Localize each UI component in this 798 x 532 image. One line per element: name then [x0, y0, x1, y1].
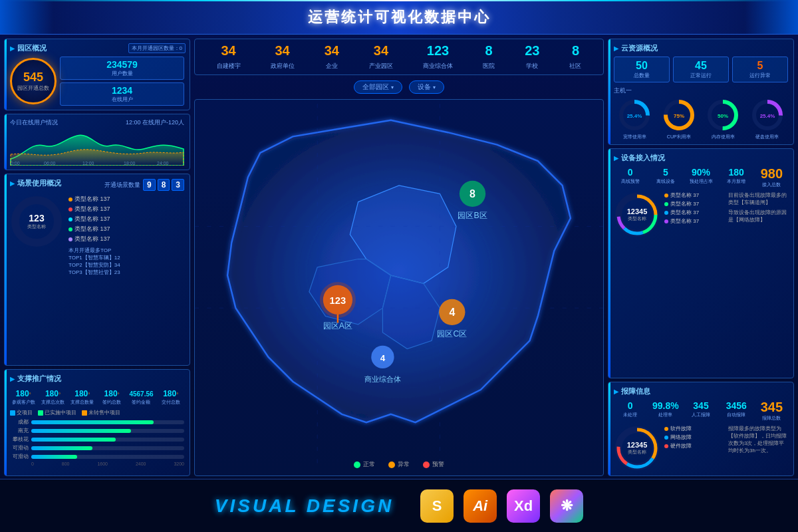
online-title: 今日在线用户情况: [10, 118, 58, 127]
device-card: 设备接入情况 0 高线预警 5 离线设备 90% 预处理占率: [608, 148, 794, 378]
device-notes: 目前设备出现故障最多的类型【车辆道闸】 导致设备出现故障的原因是【网络故障】: [728, 192, 788, 238]
rep-list-2: 网络故障: [664, 434, 724, 441]
support-stats: 180° 参观客户数 180° 支撑总次数 180° 支撑总数量 180° 签约…: [10, 387, 184, 406]
dev-list-1: 类型名称 37: [664, 192, 724, 199]
map-pin-A: 123 园区A区: [320, 282, 356, 331]
map-legend: 正常 异常 预警: [354, 460, 444, 469]
scene-donut-label: 123 类型名称: [27, 213, 46, 230]
rep-list-1: 软件故障: [664, 425, 724, 432]
sup-stat-1: 180° 参观客户数: [10, 387, 37, 406]
device-content: 12345 类型名称 类型名称 37 类型名称 37: [614, 192, 788, 238]
stats-row: 34 自建楼宇 34 政府单位 34 企业 34 产业园区 123 商业综合: [194, 39, 604, 75]
stat-item-4: 34 产业园区: [369, 43, 393, 70]
right-panel: 云资源概况 50 总数量 45 正常运行 5 运行异常: [608, 39, 794, 476]
online-stat-box: 1234 在线用户: [60, 82, 184, 106]
device-list: 类型名称 37 类型名称 37 类型名称 37 类型名称 37: [664, 192, 724, 238]
device-donut-label: 12345 类型名称: [627, 207, 648, 222]
bar-row-1: 成都: [10, 418, 184, 426]
bar-fill-5: [31, 455, 77, 459]
leg-item-1: 交项目: [10, 409, 33, 416]
gauge-cpu-svg: 75%: [662, 98, 696, 132]
support-card: 支撑推广情况 180° 参观客户数 180° 支撑总次数 180° 支撑总数量: [4, 369, 190, 476]
left-panel: 园区概况 本月开通园区数量：0 545 园区开通总数 234579 用户数量: [4, 39, 190, 476]
stat-item-7: 23 学校: [525, 43, 539, 70]
rep-unprocesed: 0 未处理: [614, 400, 646, 422]
report-donut: 12345 类型名称: [614, 425, 660, 471]
filter-bar: 全部园区 ▾ 设备 ▾: [194, 78, 604, 96]
scene-header: 场景使用概况 开通场景数量 9 8 3: [10, 178, 184, 192]
filter-device[interactable]: 设备 ▾: [409, 80, 444, 94]
gauge-disk: 25.4% 硬盘使用率: [750, 98, 785, 140]
bar-chart-area: 成都 南充 攀枝花: [10, 418, 184, 471]
stat-item-1: 34 自建楼宇: [217, 43, 241, 70]
cloud-total: 50 总数量: [614, 57, 670, 82]
rep-auto: 3456 自动报障: [720, 400, 753, 422]
svg-text:25.4%: 25.4%: [627, 113, 642, 119]
svg-text:商业综合体: 商业综合体: [364, 375, 401, 383]
dev-list-2: 类型名称 37: [664, 200, 724, 207]
scene-header-right: 开通场景数量 9 8 3: [104, 179, 184, 191]
header-corner-left: [0, 0, 53, 34]
map-pin-C: 4 园区C区: [437, 299, 467, 338]
bar-track-4: [31, 446, 184, 450]
device-donut: 12345 类型名称: [614, 192, 660, 238]
dev-process: 90% 预处理占率: [684, 166, 717, 188]
x-axis-labels: 0 800 1600 2400 3200: [31, 462, 184, 466]
svg-text:8: 8: [469, 188, 475, 200]
svg-text:06:00: 06:00: [44, 161, 56, 166]
bar-track-3: [31, 438, 184, 442]
bar-row-2: 南充: [10, 427, 184, 434]
report-list: 软件故障 网络故障 硬件故障: [664, 425, 724, 471]
gauge-memory: 50% 内存使用率: [706, 98, 740, 140]
dev-list-3: 类型名称 37: [664, 209, 724, 216]
scene-item-4: 类型名称 137: [68, 225, 184, 233]
report-card: 报障信息 0 未处理 99.8% 处理率 345 人工报障: [608, 382, 794, 476]
dashboard: 运营统计可视化数据中心 园区概况 本月开通园区数量：0 545 园区开通总数: [0, 0, 798, 532]
bar-track-5: [31, 455, 184, 459]
dev-offline: 5 离线设备: [649, 166, 682, 188]
report-content: 12345 类型名称 软件故障 网络故障: [614, 425, 788, 471]
bottom-bar: VISUAL DESIGN S Ai Xd ❋: [0, 479, 798, 532]
xd-icon: Xd: [507, 489, 540, 523]
gauge-disk-svg: 25.4%: [750, 98, 785, 132]
map-svg: 123 园区A区 8 园区B区 4 园区: [195, 100, 603, 475]
middle-panel: 34 自建楼宇 34 政府单位 34 企业 34 产业园区 123 商业综合: [194, 39, 604, 476]
online-header: 今日在线用户情况 12:00 在线用户-120人: [10, 118, 184, 127]
bar-fill-4: [31, 446, 92, 450]
cloud-running: 45 正常运行: [673, 57, 729, 82]
svg-text:123: 123: [330, 295, 346, 306]
scene-item-5: 类型名称 137: [68, 235, 184, 243]
park-stats: 545 园区开通总数 234579 用户数量 1234 在线用户: [10, 57, 184, 106]
svg-text:4: 4: [449, 307, 455, 318]
badge-1: 9: [143, 179, 156, 191]
ai-icon: Ai: [464, 489, 497, 523]
legend-warning: 预警: [423, 460, 444, 469]
svg-text:18:00: 18:00: [124, 161, 136, 166]
gauge-cpu: 75% CUP利用率: [662, 98, 696, 140]
dev-total: 980 接入总数: [755, 166, 788, 188]
legend-normal: 正常: [354, 460, 375, 469]
svg-text:75%: 75%: [674, 113, 684, 119]
host-label: 主机一: [614, 86, 788, 95]
stat-item-8: 8 社区: [569, 43, 581, 70]
scene-donut: 123 类型名称: [10, 195, 63, 248]
scene-content: 123 类型名称 类型名称 137 类型名称 137: [10, 195, 184, 276]
sup-stat-6: 180° 交付总数: [158, 387, 184, 406]
bar-track-2: [31, 429, 184, 433]
sup-stat-4: 180° 签约总数: [98, 387, 125, 406]
scene-usage-card: 场景使用概况 开通场景数量 9 8 3: [4, 174, 190, 366]
sup-stat-3: 180° 支撑总数量: [69, 387, 96, 406]
header: 运营统计可视化数据中心: [0, 0, 798, 35]
stat-item-5: 123 商业综合体: [423, 43, 453, 70]
cloud-stats: 50 总数量 45 正常运行 5 运行异常: [614, 57, 788, 82]
online-trend-card: 今日在线用户情况 12:00 在线用户-120人: [4, 114, 190, 170]
bar-row-5: 可滑动: [10, 453, 184, 460]
report-donut-label: 12345 类型名称: [627, 441, 648, 456]
tool-icons: S Ai Xd ❋: [420, 489, 583, 523]
park-overview-card: 园区概况 本月开通园区数量：0 545 园区开通总数 234579 用户数量: [4, 39, 190, 110]
scene-badges: 9 8 3: [143, 179, 184, 191]
filter-park[interactable]: 全部园区 ▾: [354, 80, 402, 94]
cloud-error: 5 运行异常: [732, 57, 788, 82]
map-area: 123 园区A区 8 园区B区 4 园区: [194, 99, 604, 476]
gauge-row: 25.4% 宽带使用率 75% CUP利用率: [614, 98, 788, 140]
